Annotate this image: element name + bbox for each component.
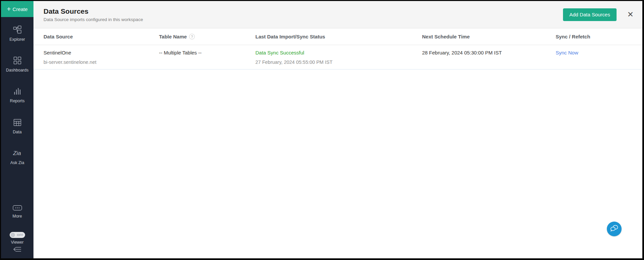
sidebar-item-label: Explorer [9, 37, 25, 42]
create-button-label: Create [13, 6, 28, 12]
add-data-sources-button[interactable]: Add Data Sources [563, 8, 617, 21]
column-header-sync-refetch[interactable]: Sync / Refetch [556, 34, 642, 39]
sidebar-item-dashboards[interactable]: Dashboards [1, 56, 33, 73]
close-icon[interactable]: ✕ [627, 11, 634, 18]
sidebar-item-data[interactable]: Data [1, 119, 33, 134]
more-ellipsis-icon [13, 205, 22, 212]
zia-icon: Zia [12, 149, 23, 158]
data-source-server: bi-server.sentinelone.net [44, 59, 159, 66]
dashboards-icon [13, 56, 21, 66]
chat-bubbles-icon [610, 224, 619, 234]
data-table-icon [13, 119, 21, 128]
reports-bar-chart-icon [13, 87, 21, 97]
page-title: Data Sources [44, 7, 143, 15]
table-header-row: Data Source Table Name ? Last Data Impor… [33, 28, 642, 45]
sidebar-item-explorer[interactable]: Explorer [1, 25, 33, 42]
collapse-sidebar-button[interactable] [12, 246, 22, 254]
next-schedule-cell: 28 February, 2024 05:30:00 PM IST [422, 49, 556, 66]
toggle-state-label: OFF [17, 233, 24, 237]
viewer-toggle-group: OFF Viewer [1, 232, 33, 245]
sidebar-item-reports[interactable]: Reports [1, 87, 33, 103]
page-header: Data Sources Data Source imports configu… [33, 1, 642, 28]
sidebar-item-more[interactable]: More [1, 205, 33, 219]
sidebar-item-label: Dashboards [6, 68, 28, 73]
svg-text:Zia: Zia [13, 150, 21, 156]
data-source-name[interactable]: SentinelOne [44, 49, 159, 56]
table-name-value: -- Multiple Tables -- [159, 49, 255, 56]
sync-status-text: Data Sync Successful [255, 49, 422, 56]
help-icon[interactable]: ? [189, 34, 195, 39]
create-button[interactable]: + Create [1, 1, 33, 17]
sidebar-item-ask-zia[interactable]: Zia Ask Zia [1, 149, 33, 165]
column-header-label: Table Name [159, 34, 187, 39]
sidebar: + Create Explorer [1, 1, 33, 258]
table-row: SentinelOne bi-server.sentinelone.net --… [33, 45, 642, 70]
column-header-data-source[interactable]: Data Source [33, 34, 159, 39]
column-header-next-schedule[interactable]: Next Schedule Time [422, 34, 556, 39]
sidebar-item-label: Ask Zia [10, 160, 24, 165]
column-header-table-name[interactable]: Table Name ? [159, 34, 255, 39]
main-panel: Data Sources Data Source imports configu… [33, 1, 642, 258]
data-source-cell: SentinelOne bi-server.sentinelone.net [33, 49, 159, 66]
toggle-knob [10, 232, 16, 238]
chat-support-button[interactable] [607, 222, 622, 236]
sync-now-link[interactable]: Sync Now [556, 49, 642, 56]
app-window: + Create Explorer [0, 0, 644, 260]
plus-icon: + [7, 5, 11, 12]
viewer-toggle[interactable]: OFF [10, 232, 25, 238]
sidebar-item-label: Reports [10, 99, 25, 103]
table-name-cell: -- Multiple Tables -- [159, 49, 255, 66]
sync-status-time: 27 February, 2024 05:55:00 PM IST [255, 59, 422, 66]
page-subtitle: Data Source imports configured in this w… [44, 17, 143, 22]
sync-action-cell: Sync Now [556, 49, 642, 66]
explorer-icon [13, 25, 22, 35]
collapse-arrow-icon [12, 248, 22, 254]
sync-status-cell: Data Sync Successful 27 February, 2024 0… [255, 49, 422, 66]
sidebar-item-label: Data [13, 130, 21, 134]
next-schedule-time: 28 February, 2024 05:30:00 PM IST [422, 49, 556, 56]
sidebar-item-label: More [12, 214, 22, 219]
column-header-last-sync-status[interactable]: Last Data Import/Sync Status [255, 34, 422, 39]
viewer-label: Viewer [11, 240, 24, 245]
page-header-titles: Data Sources Data Source imports configu… [44, 7, 143, 22]
